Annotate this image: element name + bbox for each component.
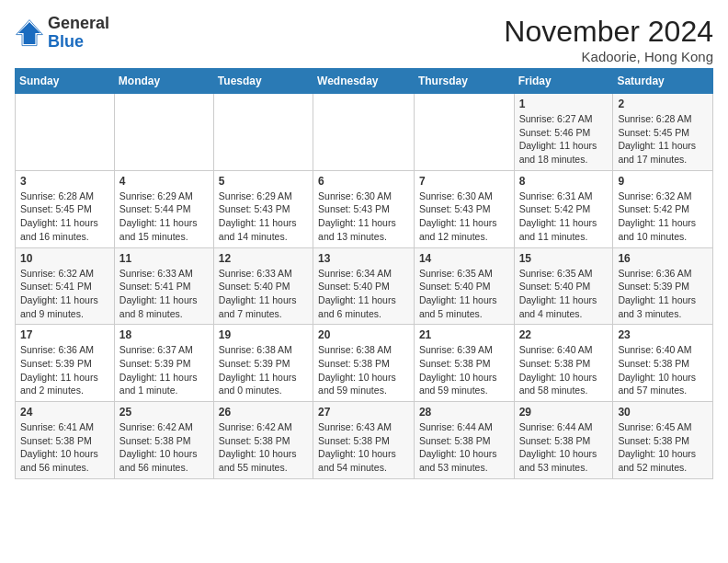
- calendar-day-cell: 10Sunrise: 6:32 AM Sunset: 5:41 PM Dayli…: [16, 247, 115, 325]
- calendar-day-cell: [414, 94, 514, 171]
- day-info: Sunrise: 6:37 AM Sunset: 5:39 PM Dayligh…: [119, 343, 209, 397]
- calendar-day-cell: 16Sunrise: 6:36 AM Sunset: 5:39 PM Dayli…: [613, 247, 713, 325]
- day-info: Sunrise: 6:42 AM Sunset: 5:38 PM Dayligh…: [119, 420, 209, 475]
- day-number: 12: [219, 252, 308, 265]
- calendar-day-cell: 6Sunrise: 6:30 AM Sunset: 5:43 PM Daylig…: [313, 170, 415, 247]
- calendar-day-cell: 5Sunrise: 6:29 AM Sunset: 5:43 PM Daylig…: [213, 170, 313, 247]
- day-number: 25: [119, 406, 209, 419]
- day-info: Sunrise: 6:33 AM Sunset: 5:41 PM Dayligh…: [119, 267, 209, 321]
- calendar-day-cell: [114, 94, 213, 171]
- day-number: 19: [219, 328, 308, 341]
- day-info: Sunrise: 6:30 AM Sunset: 5:43 PM Dayligh…: [419, 190, 509, 244]
- day-info: Sunrise: 6:40 AM Sunset: 5:38 PM Dayligh…: [519, 343, 609, 397]
- page-header: General Blue November 2024 Kadoorie, Hon…: [15, 15, 713, 64]
- day-number: 6: [318, 175, 409, 188]
- day-info: Sunrise: 6:32 AM Sunset: 5:41 PM Dayligh…: [20, 267, 109, 321]
- day-info: Sunrise: 6:38 AM Sunset: 5:38 PM Dayligh…: [318, 343, 409, 397]
- day-number: 17: [20, 328, 109, 341]
- calendar-day-cell: 7Sunrise: 6:30 AM Sunset: 5:43 PM Daylig…: [414, 170, 514, 247]
- day-number: 8: [519, 175, 609, 188]
- day-number: 21: [419, 328, 509, 341]
- day-info: Sunrise: 6:30 AM Sunset: 5:43 PM Dayligh…: [318, 190, 409, 244]
- calendar-day-cell: [313, 94, 415, 171]
- weekday-header-cell: Thursday: [414, 69, 514, 94]
- calendar-day-cell: 18Sunrise: 6:37 AM Sunset: 5:39 PM Dayli…: [114, 325, 213, 402]
- calendar-day-cell: 1Sunrise: 6:27 AM Sunset: 5:46 PM Daylig…: [514, 94, 613, 171]
- day-info: Sunrise: 6:45 AM Sunset: 5:38 PM Dayligh…: [618, 420, 708, 475]
- calendar-day-cell: 26Sunrise: 6:42 AM Sunset: 5:38 PM Dayli…: [213, 402, 313, 479]
- day-info: Sunrise: 6:41 AM Sunset: 5:38 PM Dayligh…: [20, 420, 109, 475]
- calendar-day-cell: [16, 94, 115, 171]
- weekday-header-cell: Tuesday: [213, 69, 313, 94]
- calendar-day-cell: 9Sunrise: 6:32 AM Sunset: 5:42 PM Daylig…: [613, 170, 713, 247]
- calendar-week-row: 24Sunrise: 6:41 AM Sunset: 5:38 PM Dayli…: [16, 402, 713, 479]
- calendar-day-cell: 27Sunrise: 6:43 AM Sunset: 5:38 PM Dayli…: [313, 402, 415, 479]
- day-info: Sunrise: 6:38 AM Sunset: 5:39 PM Dayligh…: [219, 343, 308, 397]
- calendar-week-row: 17Sunrise: 6:36 AM Sunset: 5:39 PM Dayli…: [16, 325, 713, 402]
- day-info: Sunrise: 6:27 AM Sunset: 5:46 PM Dayligh…: [519, 112, 609, 167]
- calendar-day-cell: [213, 94, 313, 171]
- day-info: Sunrise: 6:40 AM Sunset: 5:38 PM Dayligh…: [618, 343, 708, 397]
- day-info: Sunrise: 6:35 AM Sunset: 5:40 PM Dayligh…: [419, 267, 509, 321]
- logo-text: General Blue: [48, 15, 109, 52]
- weekday-header-cell: Saturday: [613, 69, 713, 94]
- calendar-day-cell: 2Sunrise: 6:28 AM Sunset: 5:45 PM Daylig…: [613, 94, 713, 171]
- calendar-body: 1Sunrise: 6:27 AM Sunset: 5:46 PM Daylig…: [16, 94, 713, 479]
- calendar-day-cell: 15Sunrise: 6:35 AM Sunset: 5:40 PM Dayli…: [514, 247, 613, 325]
- calendar-day-cell: 8Sunrise: 6:31 AM Sunset: 5:42 PM Daylig…: [514, 170, 613, 247]
- day-info: Sunrise: 6:42 AM Sunset: 5:38 PM Dayligh…: [219, 420, 308, 475]
- day-number: 5: [219, 175, 308, 188]
- day-info: Sunrise: 6:28 AM Sunset: 5:45 PM Dayligh…: [618, 112, 708, 167]
- logo-icon: [15, 18, 44, 48]
- day-number: 2: [618, 98, 708, 110]
- calendar-table: SundayMondayTuesdayWednesdayThursdayFrid…: [15, 68, 713, 479]
- day-number: 14: [419, 252, 509, 265]
- day-number: 22: [519, 328, 609, 341]
- day-number: 26: [219, 406, 308, 419]
- logo: General Blue: [15, 15, 109, 52]
- day-number: 1: [519, 98, 609, 110]
- day-number: 7: [419, 175, 509, 188]
- day-info: Sunrise: 6:29 AM Sunset: 5:44 PM Dayligh…: [119, 190, 209, 244]
- calendar-week-row: 3Sunrise: 6:28 AM Sunset: 5:45 PM Daylig…: [16, 170, 713, 247]
- day-number: 10: [20, 252, 109, 265]
- day-info: Sunrise: 6:44 AM Sunset: 5:38 PM Dayligh…: [419, 420, 509, 475]
- day-info: Sunrise: 6:39 AM Sunset: 5:38 PM Dayligh…: [419, 343, 509, 397]
- day-info: Sunrise: 6:36 AM Sunset: 5:39 PM Dayligh…: [618, 267, 708, 321]
- day-info: Sunrise: 6:32 AM Sunset: 5:42 PM Dayligh…: [618, 190, 708, 244]
- calendar-day-cell: 12Sunrise: 6:33 AM Sunset: 5:40 PM Dayli…: [213, 247, 313, 325]
- calendar-day-cell: 14Sunrise: 6:35 AM Sunset: 5:40 PM Dayli…: [414, 247, 514, 325]
- day-number: 20: [318, 328, 409, 341]
- calendar-day-cell: 24Sunrise: 6:41 AM Sunset: 5:38 PM Dayli…: [16, 402, 115, 479]
- day-number: 27: [318, 406, 409, 419]
- day-info: Sunrise: 6:43 AM Sunset: 5:38 PM Dayligh…: [318, 420, 409, 475]
- calendar-day-cell: 20Sunrise: 6:38 AM Sunset: 5:38 PM Dayli…: [313, 325, 415, 402]
- day-number: 29: [519, 406, 609, 419]
- day-number: 23: [618, 328, 708, 341]
- day-info: Sunrise: 6:29 AM Sunset: 5:43 PM Dayligh…: [219, 190, 308, 244]
- calendar-day-cell: 19Sunrise: 6:38 AM Sunset: 5:39 PM Dayli…: [213, 325, 313, 402]
- day-number: 3: [20, 175, 109, 188]
- day-number: 18: [119, 328, 209, 341]
- weekday-header-cell: Sunday: [16, 69, 115, 94]
- day-info: Sunrise: 6:36 AM Sunset: 5:39 PM Dayligh…: [20, 343, 109, 397]
- calendar-day-cell: 28Sunrise: 6:44 AM Sunset: 5:38 PM Dayli…: [414, 402, 514, 479]
- day-number: 11: [119, 252, 209, 265]
- weekday-header-row: SundayMondayTuesdayWednesdayThursdayFrid…: [16, 69, 713, 94]
- day-info: Sunrise: 6:33 AM Sunset: 5:40 PM Dayligh…: [219, 267, 308, 321]
- calendar-day-cell: 11Sunrise: 6:33 AM Sunset: 5:41 PM Dayli…: [114, 247, 213, 325]
- weekday-header-cell: Friday: [514, 69, 613, 94]
- calendar-day-cell: 23Sunrise: 6:40 AM Sunset: 5:38 PM Dayli…: [613, 325, 713, 402]
- day-info: Sunrise: 6:31 AM Sunset: 5:42 PM Dayligh…: [519, 190, 609, 244]
- month-title: November 2024: [504, 15, 713, 49]
- weekday-header-cell: Monday: [114, 69, 213, 94]
- weekday-header-cell: Wednesday: [313, 69, 415, 94]
- day-number: 24: [20, 406, 109, 419]
- calendar-day-cell: 29Sunrise: 6:44 AM Sunset: 5:38 PM Dayli…: [514, 402, 613, 479]
- day-info: Sunrise: 6:35 AM Sunset: 5:40 PM Dayligh…: [519, 267, 609, 321]
- title-block: November 2024 Kadoorie, Hong Kong: [504, 15, 713, 64]
- day-number: 9: [618, 175, 708, 188]
- calendar-day-cell: 30Sunrise: 6:45 AM Sunset: 5:38 PM Dayli…: [613, 402, 713, 479]
- calendar-day-cell: 13Sunrise: 6:34 AM Sunset: 5:40 PM Dayli…: [313, 247, 415, 325]
- day-number: 4: [119, 175, 209, 188]
